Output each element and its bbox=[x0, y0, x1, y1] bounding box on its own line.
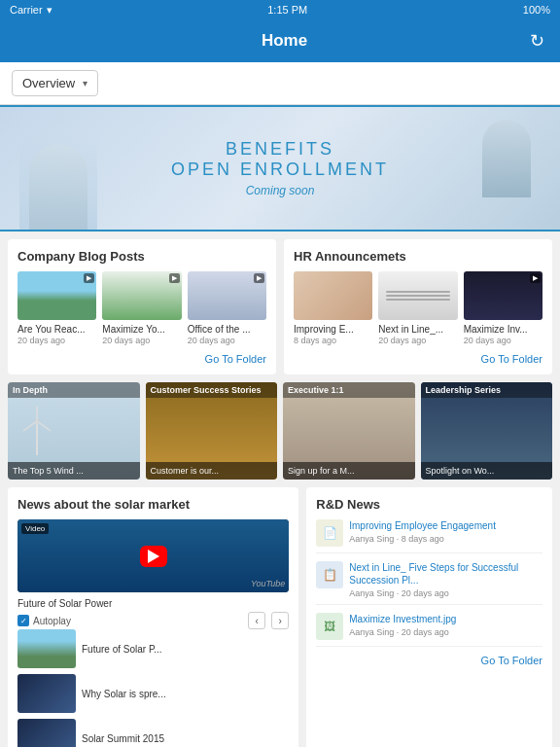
refresh-icon[interactable]: ↻ bbox=[530, 30, 544, 52]
banner-top-line bbox=[0, 105, 560, 107]
signal-icon: ▾ bbox=[47, 4, 52, 17]
header-title: Home bbox=[39, 31, 530, 51]
company-blog-card: Company Blog Posts ▶ Are You Reac... 20 … bbox=[8, 239, 276, 374]
wind-turbine-icon bbox=[18, 402, 56, 455]
solar-thumb-1 bbox=[18, 674, 76, 713]
solar-video[interactable]: YouTube Video bbox=[18, 519, 289, 592]
hr-item-1: Next in Line_... 20 days ago bbox=[378, 271, 457, 345]
hr-item-2: ▶ Maximize Inv... 20 days ago bbox=[464, 271, 542, 345]
person-silhouette-left bbox=[29, 144, 88, 231]
svg-line-3 bbox=[23, 421, 37, 431]
stories-row: In Depth The Top 5 Wind ... Customer Suc… bbox=[0, 382, 560, 487]
story-card-0[interactable]: In Depth The Top 5 Wind ... bbox=[8, 382, 140, 480]
solar-list-item-2[interactable]: Solar Summit 2015 bbox=[18, 719, 289, 747]
story-card-2[interactable]: Executive 1:1 Sign up for a M... bbox=[283, 382, 415, 480]
hr-thumb-1 bbox=[378, 271, 457, 320]
blog-overlay-0: ▶ bbox=[84, 273, 94, 283]
hr-item-title-0[interactable]: Improving E... bbox=[294, 324, 372, 335]
rd-item-2: 🖼 Maximize Investment.jpg Aanya Sing · 2… bbox=[316, 613, 542, 647]
hr-overlay-2: ▶ bbox=[530, 273, 541, 283]
blog-thumb-0: ▶ bbox=[18, 271, 96, 320]
blog-item-title-0[interactable]: Are You Reac... bbox=[18, 324, 96, 335]
blog-item-date-1: 20 days ago bbox=[102, 336, 181, 345]
overview-dropdown[interactable]: Overview ▾ bbox=[12, 70, 98, 96]
rd-thumb-0: 📄 bbox=[316, 519, 343, 547]
hr-announcements-card: HR Announcemets Improving E... 8 days ag… bbox=[284, 239, 552, 374]
youtube-label: YouTube bbox=[251, 579, 285, 588]
status-time: 1:15 PM bbox=[267, 4, 307, 16]
banner-bottom-line bbox=[0, 230, 560, 231]
main-content: Company Blog Posts ▶ Are You Reac... 20 … bbox=[0, 231, 560, 747]
story-card-1[interactable]: Customer Success Stories Customer is our… bbox=[146, 382, 278, 480]
blog-go-to-folder[interactable]: Go To Folder bbox=[18, 353, 266, 365]
youtube-background: YouTube bbox=[18, 519, 289, 592]
person-figure-right bbox=[482, 120, 531, 197]
banner-person-left bbox=[19, 124, 97, 231]
video-badge: Video bbox=[21, 523, 49, 534]
banner-line2: OPEN ENROLLMENT bbox=[171, 160, 389, 180]
rd-text-2: Maximize Investment.jpg Aanya Sing · 20 … bbox=[349, 613, 456, 637]
story-label-2: Sign up for a M... bbox=[283, 462, 415, 480]
blog-item-date-2: 20 days ago bbox=[188, 336, 266, 345]
rd-thumb-2: 🖼 bbox=[316, 613, 343, 640]
solar-thumb-0 bbox=[18, 629, 76, 668]
solar-list-item-1[interactable]: Why Solar is spre... bbox=[18, 674, 289, 713]
rd-go-to-folder[interactable]: Go To Folder bbox=[316, 655, 542, 666]
solar-item-title-1: Why Solar is spre... bbox=[82, 689, 166, 699]
story-section-3: Leadership Series bbox=[421, 382, 553, 398]
story-label-1: Customer is our... bbox=[146, 462, 278, 480]
autoplay-row: ✓ Autoplay ‹ › bbox=[18, 612, 289, 629]
solar-thumb-2 bbox=[18, 719, 76, 747]
solar-rd-row: News about the solar market YouTube Vide… bbox=[0, 487, 560, 747]
next-arrow[interactable]: › bbox=[271, 612, 289, 629]
rd-item-meta-1: Aanya Sing · 20 days ago bbox=[349, 588, 542, 598]
rd-item-0: 📄 Improving Employee Engagement Aanya Si… bbox=[316, 519, 542, 553]
hr-item-title-2[interactable]: Maximize Inv... bbox=[464, 324, 542, 335]
hr-thumb-2: ▶ bbox=[464, 271, 542, 320]
blog-item-0: ▶ Are You Reac... 20 days ago bbox=[18, 271, 96, 345]
solar-item-title-2: Solar Summit 2015 bbox=[82, 733, 164, 744]
nav-arrows: ‹ › bbox=[248, 612, 289, 629]
blog-item-title-1[interactable]: Maximize Yo... bbox=[102, 324, 181, 335]
svg-line-4 bbox=[37, 421, 51, 431]
blog-thumb-2: ▶ bbox=[188, 271, 266, 320]
autoplay-checkbox[interactable]: ✓ bbox=[18, 615, 29, 626]
blog-item-1: ▶ Maximize Yo... 20 days ago bbox=[102, 271, 181, 345]
blog-item-title-2[interactable]: Office of the ... bbox=[188, 324, 266, 335]
banner-line3: Coming soon bbox=[171, 184, 389, 197]
hr-item-title-1[interactable]: Next in Line_... bbox=[378, 324, 457, 335]
rd-item-1: 📋 Next in Line_ Five Steps for Successfu… bbox=[316, 561, 542, 605]
chevron-down-icon: ▾ bbox=[83, 78, 88, 89]
story-section-2: Executive 1:1 bbox=[283, 382, 415, 398]
rd-news-card: R&D News 📄 Improving Employee Engagement… bbox=[306, 487, 552, 747]
solar-news-card: News about the solar market YouTube Vide… bbox=[8, 487, 298, 747]
rd-item-title-1[interactable]: Next in Line_ Five Steps for Successful … bbox=[349, 561, 542, 587]
dropdown-bar: Overview ▾ bbox=[0, 62, 560, 105]
youtube-logo bbox=[140, 546, 167, 567]
story-label-3: Spotlight on Wo... bbox=[421, 462, 553, 480]
blog-overlay-1: ▶ bbox=[169, 273, 180, 283]
status-battery: 100% bbox=[523, 4, 550, 16]
solar-news-title: News about the solar market bbox=[18, 497, 289, 512]
solar-list: Future of Solar P... Why Solar is spre..… bbox=[18, 629, 289, 747]
rd-item-title-0[interactable]: Improving Employee Engagement bbox=[349, 519, 496, 532]
banner-person-right bbox=[434, 110, 550, 227]
rd-news-title: R&D News bbox=[316, 497, 542, 512]
hr-thumb-0 bbox=[294, 271, 372, 320]
rd-item-meta-0: Aanya Sing · 8 days ago bbox=[349, 534, 496, 544]
banner-text: BENEFITS OPEN ENROLLMENT Coming soon bbox=[171, 139, 389, 197]
story-card-3[interactable]: Leadership Series Spotlight on Wo... bbox=[421, 382, 553, 480]
prev-arrow[interactable]: ‹ bbox=[248, 612, 265, 629]
story-section-1: Customer Success Stories bbox=[146, 382, 278, 398]
rd-thumb-1: 📋 bbox=[316, 561, 343, 588]
rd-item-title-2[interactable]: Maximize Investment.jpg bbox=[349, 613, 456, 625]
blog-hr-row: Company Blog Posts ▶ Are You Reac... 20 … bbox=[0, 231, 560, 382]
solar-list-item-0[interactable]: Future of Solar P... bbox=[18, 629, 289, 668]
header: Home ↻ bbox=[0, 19, 560, 62]
hr-go-to-folder[interactable]: Go To Folder bbox=[294, 353, 542, 365]
img-icon: 🖼 bbox=[324, 620, 335, 633]
hr-item-0: Improving E... 8 days ago bbox=[294, 271, 372, 345]
blog-overlay-2: ▶ bbox=[254, 273, 264, 283]
banner-line1: BENEFITS bbox=[171, 139, 389, 160]
blog-item-2: ▶ Office of the ... 20 days ago bbox=[188, 271, 266, 345]
